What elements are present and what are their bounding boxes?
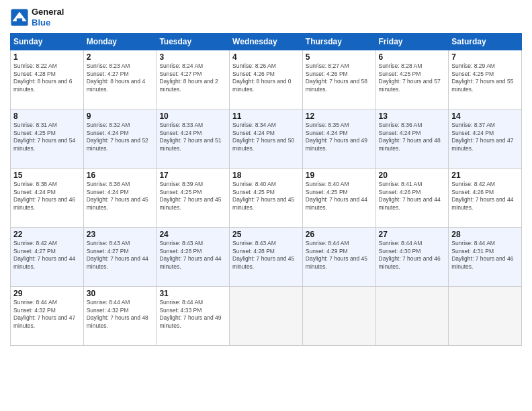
day-number: 13 <box>379 111 446 121</box>
cell-info: Sunrise: 8:44 AMSunset: 4:29 PMDaylight:… <box>306 240 373 271</box>
day-number: 3 <box>159 52 226 62</box>
cell-info: Sunrise: 8:28 AMSunset: 4:25 PMDaylight:… <box>379 62 446 93</box>
header: General Blue <box>10 7 522 28</box>
cell-info: Sunrise: 8:29 AMSunset: 4:25 PMDaylight:… <box>451 62 519 93</box>
weekday-header: Monday <box>83 34 157 50</box>
day-number: 25 <box>232 230 300 239</box>
calendar-cell <box>449 287 522 346</box>
day-number: 12 <box>306 111 373 121</box>
cell-info: Sunrise: 8:38 AMSunset: 4:24 PMDaylight:… <box>13 181 81 212</box>
calendar-cell: 3Sunrise: 8:24 AMSunset: 4:27 PMDaylight… <box>157 50 230 109</box>
calendar-cell: 12Sunrise: 8:35 AMSunset: 4:24 PMDayligh… <box>302 109 375 169</box>
cell-info: Sunrise: 8:43 AMSunset: 4:28 PMDaylight:… <box>159 240 226 271</box>
day-number: 29 <box>13 289 81 298</box>
cell-info: Sunrise: 8:40 AMSunset: 4:25 PMDaylight:… <box>232 181 300 212</box>
calendar-week-row: 8Sunrise: 8:31 AMSunset: 4:25 PMDaylight… <box>11 109 522 169</box>
calendar-cell: 11Sunrise: 8:34 AMSunset: 4:24 PMDayligh… <box>230 109 303 169</box>
calendar-week-row: 15Sunrise: 8:38 AMSunset: 4:24 PMDayligh… <box>11 169 522 228</box>
cell-info: Sunrise: 8:24 AMSunset: 4:27 PMDaylight:… <box>159 62 226 93</box>
cell-info: Sunrise: 8:44 AMSunset: 4:31 PMDaylight:… <box>451 240 519 271</box>
day-number: 9 <box>87 111 154 121</box>
calendar-week-row: 1Sunrise: 8:22 AMSunset: 4:28 PMDaylight… <box>11 50 522 109</box>
weekday-header: Saturday <box>449 34 522 50</box>
calendar-cell: 5Sunrise: 8:27 AMSunset: 4:26 PMDaylight… <box>302 50 375 109</box>
weekday-header: Wednesday <box>230 34 303 50</box>
cell-info: Sunrise: 8:44 AMSunset: 4:33 PMDaylight:… <box>159 299 226 330</box>
day-number: 23 <box>87 230 154 239</box>
calendar-cell: 31Sunrise: 8:44 AMSunset: 4:33 PMDayligh… <box>157 287 230 346</box>
cell-info: Sunrise: 8:44 AMSunset: 4:32 PMDaylight:… <box>87 299 154 330</box>
calendar-cell: 18Sunrise: 8:40 AMSunset: 4:25 PMDayligh… <box>230 169 303 228</box>
calendar-cell: 16Sunrise: 8:38 AMSunset: 4:24 PMDayligh… <box>83 169 157 228</box>
day-number: 21 <box>451 171 519 180</box>
day-number: 1 <box>13 52 81 62</box>
logo-text: General Blue <box>32 7 64 28</box>
cell-info: Sunrise: 8:43 AMSunset: 4:27 PMDaylight:… <box>87 240 154 271</box>
day-number: 11 <box>232 111 300 121</box>
calendar-cell: 25Sunrise: 8:43 AMSunset: 4:28 PMDayligh… <box>230 228 303 287</box>
cell-info: Sunrise: 8:36 AMSunset: 4:24 PMDaylight:… <box>379 122 446 152</box>
day-number: 16 <box>87 171 154 180</box>
calendar-cell: 15Sunrise: 8:38 AMSunset: 4:24 PMDayligh… <box>11 169 84 228</box>
day-number: 18 <box>232 171 300 180</box>
cell-info: Sunrise: 8:44 AMSunset: 4:30 PMDaylight:… <box>379 240 446 271</box>
day-number: 5 <box>306 52 373 62</box>
calendar-cell: 14Sunrise: 8:37 AMSunset: 4:24 PMDayligh… <box>449 109 522 169</box>
calendar-cell: 2Sunrise: 8:23 AMSunset: 4:27 PMDaylight… <box>83 50 157 109</box>
day-number: 8 <box>13 111 81 121</box>
calendar-cell: 1Sunrise: 8:22 AMSunset: 4:28 PMDaylight… <box>11 50 84 109</box>
calendar-page: General Blue SundayMondayTuesdayWednesda… <box>0 0 532 411</box>
day-number: 19 <box>306 171 373 180</box>
cell-info: Sunrise: 8:22 AMSunset: 4:28 PMDaylight:… <box>13 62 81 93</box>
cell-info: Sunrise: 8:39 AMSunset: 4:25 PMDaylight:… <box>159 181 226 212</box>
cell-info: Sunrise: 8:32 AMSunset: 4:24 PMDaylight:… <box>87 122 154 152</box>
calendar-cell: 29Sunrise: 8:44 AMSunset: 4:32 PMDayligh… <box>11 287 84 346</box>
calendar-cell: 23Sunrise: 8:43 AMSunset: 4:27 PMDayligh… <box>83 228 157 287</box>
cell-info: Sunrise: 8:43 AMSunset: 4:28 PMDaylight:… <box>232 240 300 271</box>
day-number: 31 <box>159 289 226 298</box>
weekday-header: Sunday <box>11 34 84 50</box>
calendar-week-row: 22Sunrise: 8:42 AMSunset: 4:27 PMDayligh… <box>11 228 522 287</box>
day-number: 26 <box>306 230 373 239</box>
day-number: 14 <box>451 111 519 121</box>
cell-info: Sunrise: 8:40 AMSunset: 4:25 PMDaylight:… <box>306 181 373 212</box>
cell-info: Sunrise: 8:44 AMSunset: 4:32 PMDaylight:… <box>13 299 81 330</box>
weekday-header: Friday <box>375 34 449 50</box>
weekday-header: Tuesday <box>157 34 230 50</box>
calendar-cell: 10Sunrise: 8:33 AMSunset: 4:24 PMDayligh… <box>157 109 230 169</box>
cell-info: Sunrise: 8:23 AMSunset: 4:27 PMDaylight:… <box>87 62 154 93</box>
calendar-cell: 9Sunrise: 8:32 AMSunset: 4:24 PMDaylight… <box>83 109 157 169</box>
calendar-cell: 4Sunrise: 8:26 AMSunset: 4:26 PMDaylight… <box>230 50 303 109</box>
cell-info: Sunrise: 8:42 AMSunset: 4:26 PMDaylight:… <box>451 181 519 212</box>
calendar-cell: 7Sunrise: 8:29 AMSunset: 4:25 PMDaylight… <box>449 50 522 109</box>
calendar-cell <box>230 287 303 346</box>
day-number: 7 <box>451 52 519 62</box>
calendar-cell: 22Sunrise: 8:42 AMSunset: 4:27 PMDayligh… <box>11 228 84 287</box>
cell-info: Sunrise: 8:41 AMSunset: 4:26 PMDaylight:… <box>379 181 446 212</box>
day-number: 28 <box>451 230 519 239</box>
cell-info: Sunrise: 8:38 AMSunset: 4:24 PMDaylight:… <box>87 181 154 212</box>
day-number: 15 <box>13 171 81 180</box>
calendar-table: SundayMondayTuesdayWednesdayThursdayFrid… <box>10 33 522 346</box>
cell-info: Sunrise: 8:26 AMSunset: 4:26 PMDaylight:… <box>232 62 300 93</box>
cell-info: Sunrise: 8:37 AMSunset: 4:24 PMDaylight:… <box>451 122 519 152</box>
calendar-cell: 13Sunrise: 8:36 AMSunset: 4:24 PMDayligh… <box>375 109 449 169</box>
calendar-cell: 21Sunrise: 8:42 AMSunset: 4:26 PMDayligh… <box>449 169 522 228</box>
calendar-cell <box>302 287 375 346</box>
logo: General Blue <box>10 7 64 28</box>
calendar-cell: 26Sunrise: 8:44 AMSunset: 4:29 PMDayligh… <box>302 228 375 287</box>
calendar-week-row: 29Sunrise: 8:44 AMSunset: 4:32 PMDayligh… <box>11 287 522 346</box>
day-number: 17 <box>159 171 226 180</box>
day-number: 30 <box>87 289 154 298</box>
day-number: 2 <box>87 52 154 62</box>
calendar-cell: 19Sunrise: 8:40 AMSunset: 4:25 PMDayligh… <box>302 169 375 228</box>
day-number: 24 <box>159 230 226 239</box>
cell-info: Sunrise: 8:33 AMSunset: 4:24 PMDaylight:… <box>159 122 226 152</box>
svg-rect-2 <box>17 18 22 22</box>
calendar-cell: 17Sunrise: 8:39 AMSunset: 4:25 PMDayligh… <box>157 169 230 228</box>
weekday-header: Thursday <box>302 34 375 50</box>
cell-info: Sunrise: 8:35 AMSunset: 4:24 PMDaylight:… <box>306 122 373 152</box>
weekday-header-row: SundayMondayTuesdayWednesdayThursdayFrid… <box>11 34 522 50</box>
cell-info: Sunrise: 8:42 AMSunset: 4:27 PMDaylight:… <box>13 240 81 271</box>
calendar-cell: 30Sunrise: 8:44 AMSunset: 4:32 PMDayligh… <box>83 287 157 346</box>
